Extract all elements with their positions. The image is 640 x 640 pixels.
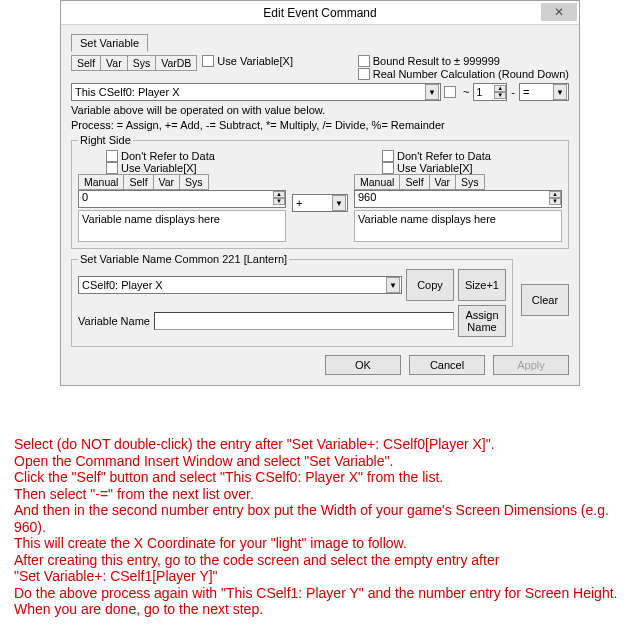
- rs-right-value-input[interactable]: 960 ▲ ▼: [354, 190, 562, 208]
- rs-right-use-varx[interactable]: Use Variable[X]: [382, 162, 562, 174]
- chevron-down-icon: ▼: [553, 84, 567, 100]
- range-count-value: 1: [474, 86, 494, 98]
- size-plus-button[interactable]: Size+1: [458, 269, 506, 301]
- dash-label: -: [511, 86, 515, 98]
- range-checkbox[interactable]: [444, 86, 456, 98]
- close-button[interactable]: ✕: [541, 3, 577, 21]
- rs-right-value-text: 960: [355, 191, 549, 207]
- apply-button: Apply: [493, 355, 569, 375]
- var-name-combo[interactable]: CSelf0: Player X ▼: [78, 276, 402, 294]
- target-variable-text: This CSelf0: Player X: [72, 86, 424, 98]
- rs-right-dont-refer[interactable]: Don't Refer to Data: [382, 150, 562, 162]
- ok-button[interactable]: OK: [325, 355, 401, 375]
- spinner-up-icon[interactable]: ▲: [494, 85, 506, 92]
- operator-text: =: [520, 86, 552, 98]
- rs-left-value-text: 0: [79, 191, 273, 207]
- real-number-label: Real Number Calculation (Round Down): [373, 68, 569, 80]
- variable-name-input[interactable]: [154, 312, 454, 330]
- clear-button[interactable]: Clear: [521, 284, 569, 316]
- dialog-title: Edit Event Command: [263, 6, 376, 20]
- bound-result-check[interactable]: Bound Result to ± 999999: [358, 55, 569, 67]
- edit-event-command-dialog: Edit Event Command ✕ Set Variable Self V…: [60, 0, 580, 386]
- close-icon: ✕: [554, 5, 564, 19]
- rs-use-varx-label: Use Variable[X]: [397, 162, 473, 174]
- instruction-line: "Set Variable+: CSelf1[Player Y]": [14, 568, 628, 585]
- help-text-1: Variable above will be operated on with …: [71, 104, 569, 117]
- variable-name-label: Variable Name: [78, 315, 150, 327]
- rs-left-use-varx[interactable]: Use Variable[X]: [106, 162, 286, 174]
- set-variable-name-group: Set Variable Name Common 221 [Lantern] C…: [71, 253, 513, 347]
- copy-button[interactable]: Copy: [406, 269, 454, 301]
- rs-dont-refer-label: Don't Refer to Data: [121, 150, 215, 162]
- scope-tab-vardb[interactable]: VarDB: [155, 55, 197, 71]
- range-count-spinner[interactable]: 1 ▲ ▼: [473, 83, 507, 101]
- instruction-line: Click the "Self" button and select "This…: [14, 469, 628, 486]
- checkbox-icon: [202, 55, 214, 67]
- instruction-line: Select (do NOT double-click) the entry a…: [14, 436, 628, 453]
- set-var-name-legend: Set Variable Name Common 221 [Lantern]: [78, 253, 289, 265]
- scope-tab-var[interactable]: Var: [100, 55, 128, 71]
- rs-use-varx-label: Use Variable[X]: [121, 162, 197, 174]
- target-variable-combo[interactable]: This CSelf0: Player X ▼: [71, 83, 441, 101]
- rs-mid-op-text: +: [293, 197, 331, 209]
- use-variable-x-check[interactable]: Use Variable[X]: [202, 55, 293, 67]
- cancel-button[interactable]: Cancel: [409, 355, 485, 375]
- checkbox-icon: [382, 162, 394, 174]
- instruction-line: Open the Command Insert Window and selec…: [14, 453, 628, 470]
- right-side-legend: Right Side: [78, 134, 133, 146]
- checkbox-icon: [358, 55, 370, 67]
- var-name-combo-text: CSelf0: Player X: [79, 279, 385, 291]
- assign-name-button[interactable]: Assign Name: [458, 305, 506, 337]
- spinner-up-icon[interactable]: ▲: [549, 191, 561, 198]
- rs-left-tab-manual[interactable]: Manual: [78, 174, 124, 190]
- chevron-down-icon: ▼: [425, 84, 439, 100]
- instruction-line: And then in the second number entry box …: [14, 502, 628, 535]
- rs-left-dont-refer[interactable]: Don't Refer to Data: [106, 150, 286, 162]
- spinner-down-icon[interactable]: ▼: [494, 92, 506, 99]
- right-side-group: Right Side Don't Refer to Data Use Varia…: [71, 134, 569, 249]
- instructions-text: Select (do NOT double-click) the entry a…: [14, 436, 628, 618]
- use-variable-x-label: Use Variable[X]: [217, 55, 293, 67]
- chevron-down-icon: ▼: [386, 277, 400, 293]
- instruction-line: Do the above process again with "This CS…: [14, 585, 628, 602]
- spinner-down-icon[interactable]: ▼: [549, 198, 561, 205]
- rs-right-tab-sys[interactable]: Sys: [455, 174, 485, 190]
- checkbox-icon: [358, 68, 370, 80]
- titlebar: Edit Event Command ✕: [61, 1, 579, 25]
- rs-mid-operator-combo[interactable]: + ▼: [292, 194, 348, 212]
- rs-left-tab-self[interactable]: Self: [123, 174, 153, 190]
- instruction-line: Then select "-=" from the next list over…: [14, 486, 628, 503]
- operator-combo[interactable]: = ▼: [519, 83, 569, 101]
- tab-set-variable[interactable]: Set Variable: [71, 34, 148, 52]
- scope-tab-self[interactable]: Self: [71, 55, 101, 71]
- rs-left-value-input[interactable]: 0 ▲ ▼: [78, 190, 286, 208]
- rs-dont-refer-label: Don't Refer to Data: [397, 150, 491, 162]
- scope-tab-sys[interactable]: Sys: [127, 55, 157, 71]
- instruction-line: This will create the X Coordinate for yo…: [14, 535, 628, 552]
- rs-right-tab-manual[interactable]: Manual: [354, 174, 400, 190]
- rs-left-display: Variable name displays here: [78, 210, 286, 242]
- rs-right-tab-var[interactable]: Var: [429, 174, 457, 190]
- instruction-line: When you are done, go to the next step.: [14, 601, 628, 618]
- checkbox-icon: [382, 150, 394, 162]
- bound-result-label: Bound Result to ± 999999: [373, 55, 500, 67]
- rs-left-tab-var[interactable]: Var: [153, 174, 181, 190]
- rs-right-display: Variable name displays here: [354, 210, 562, 242]
- instruction-line: After creating this entry, go to the cod…: [14, 552, 628, 569]
- real-number-check[interactable]: Real Number Calculation (Round Down): [358, 68, 569, 80]
- checkbox-icon: [106, 162, 118, 174]
- spinner-up-icon[interactable]: ▲: [273, 191, 285, 198]
- spinner-down-icon[interactable]: ▼: [273, 198, 285, 205]
- rs-right-tab-self[interactable]: Self: [399, 174, 429, 190]
- tilde-label: ~: [463, 86, 469, 98]
- rs-left-tab-sys[interactable]: Sys: [179, 174, 209, 190]
- chevron-down-icon: ▼: [332, 195, 346, 211]
- help-text-2: Process: = Assign, += Add, -= Subtract, …: [71, 119, 569, 132]
- checkbox-icon: [106, 150, 118, 162]
